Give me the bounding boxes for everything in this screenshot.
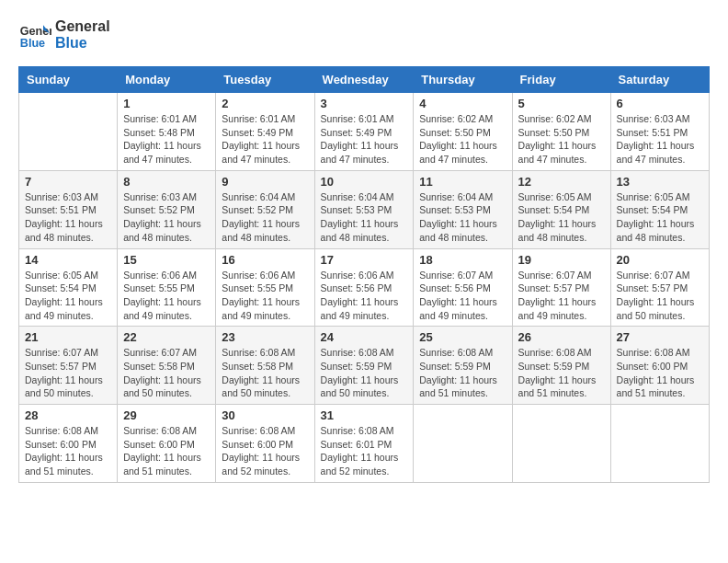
day-number: 17 bbox=[321, 253, 408, 267]
day-number: 23 bbox=[222, 330, 308, 344]
logo-general: General bbox=[55, 18, 110, 35]
day-number: 6 bbox=[617, 97, 703, 110]
calendar-body: 1Sunrise: 6:01 AMSunset: 5:48 PMDaylight… bbox=[19, 93, 710, 483]
logo-icon: General Blue bbox=[18, 18, 51, 52]
calendar-week-row: 21Sunrise: 6:07 AMSunset: 5:57 PMDayligh… bbox=[19, 327, 710, 405]
calendar-cell: 29Sunrise: 6:08 AMSunset: 6:00 PMDayligh… bbox=[118, 405, 216, 483]
calendar-table: SundayMondayTuesdayWednesdayThursdayFrid… bbox=[18, 66, 710, 483]
day-info: Sunrise: 6:07 AMSunset: 5:57 PMDaylight:… bbox=[25, 346, 111, 400]
day-number: 19 bbox=[518, 253, 605, 267]
calendar-cell: 28Sunrise: 6:08 AMSunset: 6:00 PMDayligh… bbox=[19, 405, 118, 483]
svg-text:Blue: Blue bbox=[20, 37, 45, 50]
calendar-cell: 4Sunrise: 6:02 AMSunset: 5:50 PMDaylight… bbox=[414, 93, 512, 171]
calendar-cell bbox=[19, 93, 118, 171]
calendar-cell: 25Sunrise: 6:08 AMSunset: 5:59 PMDayligh… bbox=[414, 327, 512, 405]
day-number: 4 bbox=[419, 97, 506, 110]
day-of-week-header: Sunday bbox=[19, 67, 118, 93]
calendar-cell: 18Sunrise: 6:07 AMSunset: 5:56 PMDayligh… bbox=[414, 248, 512, 327]
day-number: 1 bbox=[123, 97, 210, 110]
day-number: 8 bbox=[123, 175, 210, 189]
day-number: 15 bbox=[123, 253, 210, 267]
day-number: 11 bbox=[419, 175, 506, 189]
calendar-cell: 16Sunrise: 6:06 AMSunset: 5:55 PMDayligh… bbox=[216, 248, 314, 327]
calendar-cell: 7Sunrise: 6:03 AMSunset: 5:51 PMDaylight… bbox=[19, 170, 118, 248]
calendar-cell bbox=[512, 405, 610, 483]
day-info: Sunrise: 6:01 AMSunset: 5:49 PMDaylight:… bbox=[321, 112, 408, 167]
calendar-cell: 12Sunrise: 6:05 AMSunset: 5:54 PMDayligh… bbox=[512, 170, 610, 248]
day-number: 26 bbox=[518, 330, 605, 344]
day-number: 12 bbox=[518, 175, 605, 189]
day-number: 10 bbox=[321, 175, 408, 189]
calendar-cell: 1Sunrise: 6:01 AMSunset: 5:48 PMDaylight… bbox=[118, 93, 216, 171]
day-info: Sunrise: 6:06 AMSunset: 5:55 PMDaylight:… bbox=[222, 269, 308, 323]
day-info: Sunrise: 6:08 AMSunset: 5:59 PMDaylight:… bbox=[419, 346, 506, 400]
calendar-cell: 19Sunrise: 6:07 AMSunset: 5:57 PMDayligh… bbox=[512, 248, 610, 327]
calendar-cell: 8Sunrise: 6:03 AMSunset: 5:52 PMDaylight… bbox=[118, 170, 216, 248]
day-info: Sunrise: 6:08 AMSunset: 5:59 PMDaylight:… bbox=[321, 346, 408, 400]
day-number: 22 bbox=[123, 330, 210, 344]
calendar-cell: 3Sunrise: 6:01 AMSunset: 5:49 PMDaylight… bbox=[314, 93, 414, 171]
calendar-cell bbox=[414, 405, 512, 483]
calendar-cell: 17Sunrise: 6:06 AMSunset: 5:56 PMDayligh… bbox=[314, 248, 414, 327]
day-info: Sunrise: 6:04 AMSunset: 5:53 PMDaylight:… bbox=[321, 190, 408, 245]
calendar-cell: 21Sunrise: 6:07 AMSunset: 5:57 PMDayligh… bbox=[19, 327, 118, 405]
day-info: Sunrise: 6:05 AMSunset: 5:54 PMDaylight:… bbox=[617, 190, 703, 245]
calendar-cell: 26Sunrise: 6:08 AMSunset: 5:59 PMDayligh… bbox=[512, 327, 610, 405]
day-info: Sunrise: 6:02 AMSunset: 5:50 PMDaylight:… bbox=[518, 112, 605, 167]
calendar-cell: 5Sunrise: 6:02 AMSunset: 5:50 PMDaylight… bbox=[512, 93, 610, 171]
day-info: Sunrise: 6:08 AMSunset: 6:00 PMDaylight:… bbox=[222, 424, 308, 478]
day-number: 28 bbox=[25, 408, 111, 422]
calendar-cell: 15Sunrise: 6:06 AMSunset: 5:55 PMDayligh… bbox=[118, 248, 216, 327]
day-info: Sunrise: 6:04 AMSunset: 5:53 PMDaylight:… bbox=[419, 190, 506, 245]
day-of-week-header: Wednesday bbox=[314, 67, 414, 93]
calendar-week-row: 7Sunrise: 6:03 AMSunset: 5:51 PMDaylight… bbox=[19, 170, 710, 248]
day-info: Sunrise: 6:08 AMSunset: 5:58 PMDaylight:… bbox=[222, 346, 308, 400]
day-number: 24 bbox=[321, 330, 408, 344]
day-info: Sunrise: 6:07 AMSunset: 5:57 PMDaylight:… bbox=[518, 269, 605, 323]
day-info: Sunrise: 6:03 AMSunset: 5:51 PMDaylight:… bbox=[617, 112, 703, 167]
day-info: Sunrise: 6:05 AMSunset: 5:54 PMDaylight:… bbox=[518, 190, 605, 245]
day-number: 5 bbox=[518, 97, 605, 110]
day-info: Sunrise: 6:05 AMSunset: 5:54 PMDaylight:… bbox=[25, 269, 111, 323]
day-number: 16 bbox=[222, 253, 308, 267]
day-number: 7 bbox=[25, 175, 111, 189]
calendar-cell: 13Sunrise: 6:05 AMSunset: 5:54 PMDayligh… bbox=[610, 170, 709, 248]
day-of-week-header: Tuesday bbox=[216, 67, 314, 93]
day-of-week-header: Thursday bbox=[414, 67, 512, 93]
day-number: 14 bbox=[25, 253, 111, 267]
day-number: 13 bbox=[617, 175, 703, 189]
day-number: 27 bbox=[617, 330, 703, 344]
calendar-cell: 22Sunrise: 6:07 AMSunset: 5:58 PMDayligh… bbox=[118, 327, 216, 405]
header: General Blue General Blue bbox=[18, 18, 710, 52]
calendar-cell: 24Sunrise: 6:08 AMSunset: 5:59 PMDayligh… bbox=[314, 327, 414, 405]
day-number: 20 bbox=[617, 253, 703, 267]
calendar-cell: 11Sunrise: 6:04 AMSunset: 5:53 PMDayligh… bbox=[414, 170, 512, 248]
calendar-week-row: 28Sunrise: 6:08 AMSunset: 6:00 PMDayligh… bbox=[19, 405, 710, 483]
calendar-cell: 30Sunrise: 6:08 AMSunset: 6:00 PMDayligh… bbox=[216, 405, 314, 483]
day-info: Sunrise: 6:07 AMSunset: 5:57 PMDaylight:… bbox=[617, 269, 703, 323]
day-number: 30 bbox=[222, 408, 308, 422]
day-info: Sunrise: 6:01 AMSunset: 5:48 PMDaylight:… bbox=[123, 112, 210, 167]
calendar-cell: 14Sunrise: 6:05 AMSunset: 5:54 PMDayligh… bbox=[19, 248, 118, 327]
day-info: Sunrise: 6:08 AMSunset: 6:00 PMDaylight:… bbox=[617, 346, 703, 400]
day-info: Sunrise: 6:02 AMSunset: 5:50 PMDaylight:… bbox=[419, 112, 506, 167]
calendar-cell: 9Sunrise: 6:04 AMSunset: 5:52 PMDaylight… bbox=[216, 170, 314, 248]
day-info: Sunrise: 6:08 AMSunset: 5:59 PMDaylight:… bbox=[518, 346, 605, 400]
day-of-week-header: Monday bbox=[118, 67, 216, 93]
day-number: 31 bbox=[321, 408, 408, 422]
day-info: Sunrise: 6:03 AMSunset: 5:51 PMDaylight:… bbox=[25, 190, 111, 245]
calendar-week-row: 1Sunrise: 6:01 AMSunset: 5:48 PMDaylight… bbox=[19, 93, 710, 171]
day-of-week-header: Saturday bbox=[610, 67, 709, 93]
day-info: Sunrise: 6:08 AMSunset: 6:01 PMDaylight:… bbox=[321, 424, 408, 478]
logo-blue: Blue bbox=[55, 35, 110, 52]
calendar-cell: 2Sunrise: 6:01 AMSunset: 5:49 PMDaylight… bbox=[216, 93, 314, 171]
day-number: 25 bbox=[419, 330, 506, 344]
day-info: Sunrise: 6:01 AMSunset: 5:49 PMDaylight:… bbox=[222, 112, 308, 167]
day-number: 29 bbox=[123, 408, 210, 422]
logo: General Blue General Blue bbox=[18, 18, 110, 52]
calendar-cell: 23Sunrise: 6:08 AMSunset: 5:58 PMDayligh… bbox=[216, 327, 314, 405]
day-number: 3 bbox=[321, 97, 408, 110]
day-info: Sunrise: 6:04 AMSunset: 5:52 PMDaylight:… bbox=[222, 190, 308, 245]
calendar-cell: 10Sunrise: 6:04 AMSunset: 5:53 PMDayligh… bbox=[314, 170, 414, 248]
calendar-cell bbox=[610, 405, 709, 483]
